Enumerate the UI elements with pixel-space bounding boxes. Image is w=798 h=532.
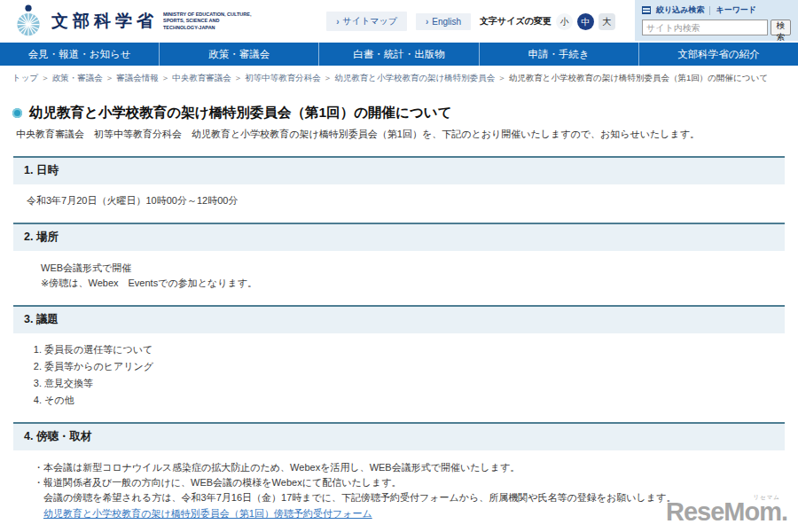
search-button[interactable]: 検索 <box>771 20 791 35</box>
observation-line: ・報道関係者及び一般の方向けに、WEB会議の模様をWebexにて配信いたします。 <box>34 476 785 489</box>
breadcrumb-separator: ＞ <box>497 73 506 82</box>
english-label: English <box>432 17 461 27</box>
keyword-link[interactable]: キーワード <box>716 4 756 16</box>
breadcrumb-separator: ＞ <box>324 73 332 82</box>
breadcrumb-separator: ＞ <box>41 73 50 82</box>
breadcrumb-link-chuokyoiku[interactable]: 中央教育審議会 <box>172 73 231 82</box>
section-heading-agenda: 3. 議題 <box>13 305 785 333</box>
section-heading-observation: 4. 傍聴・取材 <box>13 422 785 450</box>
breadcrumb-separator: ＞ <box>234 73 243 82</box>
main-content: 幼児教育と小学校教育の架け橋特別委員会（第1回）の開催について 中央教育審議会 … <box>0 104 798 532</box>
section-heading-place: 2. 場所 <box>13 223 785 251</box>
logo-subtitle: MINISTRY OF EDUCATION, CULTURE, SPORTS, … <box>163 12 252 30</box>
text-size-label: 文字サイズの変更 <box>480 15 552 27</box>
text-size-small-button[interactable]: 小 <box>556 13 573 30</box>
agenda-item: 意見交換等 <box>44 377 785 390</box>
section-agenda: 3. 議題 委員長の選任等について 委員等からのヒアリング 意見交換等 その他 <box>0 305 798 407</box>
reservation-form-link[interactable]: 幼児教育と小学校教育の架け橋特別委員会（第1回）傍聴予約受付フォーム <box>43 507 372 520</box>
chevron-right-icon: › <box>336 17 339 27</box>
breadcrumb-link-policy[interactable]: 政策・審議会 <box>52 73 103 82</box>
title-bullet-icon <box>12 108 22 118</box>
text-size-control: 文字サイズの変更 小 中 大 <box>480 13 615 30</box>
section-datetime: 1. 日時 令和3年7月20日（火曜日）10時00分～12時00分 <box>0 156 798 207</box>
text-size-medium-button[interactable]: 中 <box>577 13 594 30</box>
nav-item-policy-councils[interactable]: 政策・審議会 <box>159 43 318 66</box>
english-button[interactable]: › English <box>416 13 471 30</box>
breadcrumb-separator: ＞ <box>161 73 170 82</box>
section-heading-datetime: 1. 日時 <box>13 156 785 184</box>
nav-item-whitepapers-statistics[interactable]: 白書・統計・出版物 <box>318 43 478 66</box>
text-size-large-button[interactable]: 大 <box>598 13 615 30</box>
chevron-right-icon: › <box>426 17 428 27</box>
place-note: ※傍聴は、Webex Eventsでの参加となります。 <box>41 277 785 290</box>
header: 文部科学省 MINISTRY OF EDUCATION, CULTURE, SP… <box>0 0 798 43</box>
watermark-text: ReseMom. <box>666 497 787 526</box>
global-nav: 会見・報道・お知らせ 政策・審議会 白書・統計・出版物 申請・手続き 文部科学省… <box>0 43 798 66</box>
sitemap-button[interactable]: › サイトマップ <box>326 12 407 31</box>
breadcrumb-link-top[interactable]: トップ <box>12 73 38 82</box>
page: 文部科学省 MINISTRY OF EDUCATION, CULTURE, SP… <box>0 0 798 532</box>
mext-home-logo[interactable]: 文部科学省 MINISTRY OF EDUCATION, CULTURE, SP… <box>12 4 252 38</box>
filter-icon <box>642 6 651 14</box>
site-search-panel: 絞り込み検索 キーワード 検索 <box>635 0 798 41</box>
search-input[interactable] <box>642 20 768 35</box>
mext-logo-icon <box>12 4 44 38</box>
title-row: 幼児教育と小学校教育の架け橋特別委員会（第1回）の開催について <box>12 104 786 122</box>
place-line: WEB会議形式で開催 <box>41 262 785 275</box>
sitemap-label: サイトマップ <box>343 15 397 27</box>
breadcrumb-link-shotochuto[interactable]: 初等中等教育分科会 <box>245 73 321 82</box>
agenda-item: 委員長の選任等について <box>44 343 785 356</box>
agenda-list: 委員長の選任等について 委員等からのヒアリング 意見交換等 その他 <box>27 343 785 407</box>
breadcrumb-separator: ＞ <box>106 73 114 82</box>
search-row: 検索 <box>642 20 791 35</box>
nav-item-press[interactable]: 会見・報道・お知らせ <box>0 43 159 66</box>
agenda-item: その他 <box>44 394 785 407</box>
intro-text: 中央教育審議会 初等中等教育分科会 幼児教育と小学校教育の架け橋特別委員会（第1… <box>16 128 784 141</box>
breadcrumb: トップ＞政策・審議会＞審議会情報＞中央教育審議会＞初等中等教育分科会＞幼児教育と… <box>0 66 798 90</box>
observation-line: ・本会議は新型コロナウイルス感染症の拡大防止のため、Webexを活用し、WEB会… <box>34 461 785 474</box>
breadcrumb-current: 幼児教育と小学校教育の架け橋特別委員会（第1回）の開催について <box>509 73 768 82</box>
nav-item-applications-procedures[interactable]: 申請・手続き <box>479 43 638 66</box>
logo-title: 文部科学省 <box>51 10 158 33</box>
breadcrumb-link-kakehashi-committee[interactable]: 幼児教育と小学校教育の架け橋特別委員会 <box>334 73 495 82</box>
agenda-item: 委員等からのヒアリング <box>44 360 785 373</box>
search-tabs: 絞り込み検索 キーワード <box>642 4 791 16</box>
section-place: 2. 場所 WEB会議形式で開催 ※傍聴は、Webex Eventsでの参加とな… <box>0 223 798 290</box>
datetime-value: 令和3年7月20日（火曜日）10時00分～12時00分 <box>27 194 785 207</box>
breadcrumb-link-council-info[interactable]: 審議会情報 <box>116 73 159 82</box>
page-title: 幼児教育と小学校教育の架け橋特別委員会（第1回）の開催について <box>29 104 452 122</box>
refine-search-link[interactable]: 絞り込み検索 <box>656 4 704 16</box>
nav-item-about-mext[interactable]: 文部科学省の紹介 <box>638 43 798 66</box>
resemom-watermark: リセマム ReseMom. <box>666 494 787 527</box>
separator <box>709 6 710 15</box>
